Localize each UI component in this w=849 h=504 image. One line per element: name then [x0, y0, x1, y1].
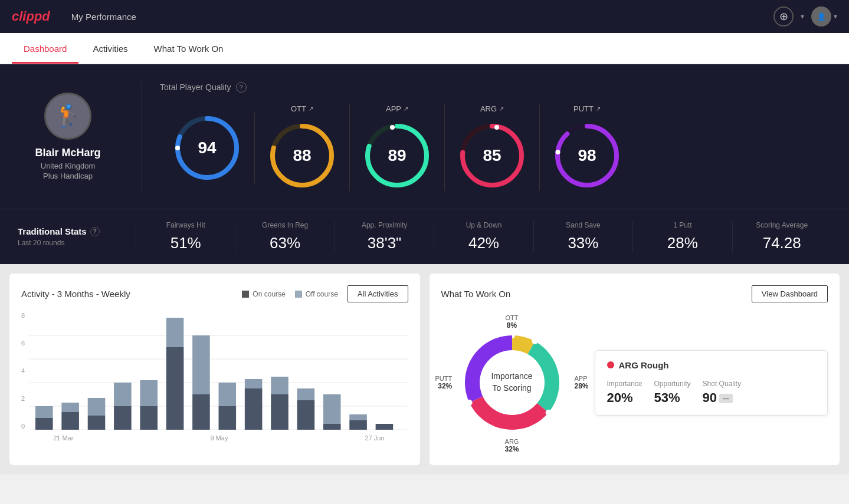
stat-item: App. Proximity38'3"	[335, 221, 434, 252]
stat-item: Up & Down42%	[434, 221, 533, 252]
svg-point-47	[532, 338, 537, 344]
stats-title: Traditional Stats ?	[18, 226, 136, 236]
y-label-6: 6	[21, 340, 25, 347]
quality-help-icon[interactable]: ?	[236, 82, 247, 93]
svg-rect-41	[323, 394, 341, 424]
stats-subtitle: Last 20 rounds	[18, 239, 136, 247]
arg-ring: 85	[457, 120, 527, 191]
ott-value: 88	[293, 146, 311, 165]
bar-chart-svg	[29, 312, 408, 430]
chart-title: Activity - 3 Months - Weekly	[21, 289, 130, 299]
svg-rect-31	[192, 335, 210, 394]
x-label-jun: 27 Jun	[365, 434, 384, 442]
donut-container: Importance To Scoring OTT 8% APP 28% ARG…	[441, 312, 828, 453]
putt-value: 98	[578, 146, 596, 165]
stat-value: 51%	[146, 234, 225, 252]
arg-value: 85	[483, 146, 501, 165]
player-name: Blair McHarg	[35, 147, 100, 159]
view-dashboard-button[interactable]: View Dashboard	[752, 285, 828, 302]
chart-legend: On course Off course	[242, 290, 338, 298]
header: clippd My Performance ⊕ ▾ 👤 ▾	[0, 0, 849, 33]
avatar-dropdown-arrow[interactable]: ▾	[834, 12, 837, 21]
putt-label: PUTT↗	[573, 104, 601, 113]
panels: Activity - 3 Months - Weekly On course O…	[0, 264, 849, 475]
svg-rect-29	[166, 318, 184, 347]
main-gauge: 94	[160, 113, 255, 183]
ott-donut-label: OTT 8%	[506, 314, 519, 330]
svg-rect-34	[219, 406, 237, 430]
tab-activities[interactable]: Activities	[81, 33, 139, 64]
info-metric-item: Importance 20%	[607, 380, 643, 406]
svg-rect-25	[114, 383, 132, 406]
stat-value: 74.28	[742, 234, 822, 252]
svg-rect-26	[114, 406, 132, 430]
svg-rect-24	[88, 416, 106, 430]
main-gauge-ring: 94	[172, 113, 242, 183]
player-country: United Kingdom	[41, 162, 96, 170]
stats-label-section: Traditional Stats ? Last 20 rounds	[18, 226, 136, 247]
chart-x-labels: 21 Mar 9 May 27 Jun	[29, 432, 408, 442]
legend-off-course: Off course	[295, 290, 338, 298]
svg-rect-22	[61, 412, 79, 430]
svg-rect-33	[219, 383, 237, 406]
svg-rect-43	[349, 414, 367, 420]
header-actions: ⊕ ▾ 👤 ▾	[773, 6, 837, 27]
svg-rect-40	[297, 400, 315, 430]
metric-value: 90—	[703, 390, 741, 406]
app-donut-label: APP 28%	[574, 375, 588, 390]
info-card: ARG Rough Importance 20%Opportunity 53%S…	[595, 350, 828, 416]
svg-rect-27	[140, 380, 158, 406]
user-avatar-wrapper[interactable]: 👤 ▾	[811, 6, 837, 27]
quality-label: Total Player Quality ?	[160, 82, 831, 93]
ott-label: OTT↗	[291, 104, 313, 113]
user-avatar: 👤	[811, 6, 831, 27]
stat-name: Greens In Reg	[245, 221, 324, 229]
quality-section: Total Player Quality ? 94	[148, 82, 831, 191]
info-metric-item: Opportunity 53%	[654, 380, 691, 406]
add-dropdown-arrow[interactable]: ▾	[801, 12, 804, 21]
stat-value: 33%	[543, 234, 623, 252]
stat-value: 42%	[444, 234, 523, 252]
divider	[142, 82, 142, 191]
stat-value: 28%	[643, 234, 722, 252]
app-label: APP↗	[386, 104, 408, 113]
chart-header: Activity - 3 Months - Weekly On course O…	[21, 285, 408, 302]
header-title: My Performance	[71, 12, 136, 22]
add-button[interactable]: ⊕	[773, 6, 794, 27]
metric-label: Importance	[607, 380, 643, 388]
tab-dashboard[interactable]: Dashboard	[12, 33, 78, 64]
svg-rect-30	[166, 347, 184, 430]
panel-header: What To Work On View Dashboard	[441, 285, 828, 302]
y-label-8: 8	[21, 312, 25, 319]
gauges: 94 OTT↗ 88 APP↗	[160, 104, 831, 191]
svg-rect-28	[140, 406, 158, 430]
stat-value: 38'3"	[345, 234, 424, 252]
svg-point-13	[556, 150, 560, 154]
logo: clippd	[12, 9, 50, 24]
svg-rect-35	[245, 379, 263, 388]
stat-item: Greens In Reg63%	[235, 221, 334, 252]
info-metrics: Importance 20%Opportunity 53%Shot Qualit…	[607, 380, 816, 406]
svg-rect-37	[271, 377, 289, 394]
stat-name: Up & Down	[444, 221, 523, 229]
stat-item: Fairways Hit51%	[136, 221, 235, 252]
donut-chart-wrapper: Importance To Scoring OTT 8% APP 28% ARG…	[441, 312, 583, 453]
off-course-dot	[295, 291, 302, 298]
svg-rect-32	[192, 394, 210, 430]
all-activities-button[interactable]: All Activities	[348, 285, 408, 302]
svg-rect-21	[61, 403, 79, 412]
putt-donut-label: PUTT 32%	[435, 375, 453, 390]
what-to-work-on-panel: What To Work On View Dashboard Importanc…	[430, 274, 840, 465]
svg-rect-19	[35, 406, 53, 418]
y-label-2: 2	[21, 395, 25, 402]
app-value: 89	[388, 146, 406, 165]
arg-gauge: ARG↗ 85	[445, 104, 540, 191]
arg-label: ARG↗	[480, 104, 504, 113]
putt-ring: 98	[552, 120, 622, 191]
hero-section: 🏌️ Blair McHarg United Kingdom Plus Hand…	[0, 64, 849, 209]
tab-what-to-work-on[interactable]: What To Work On	[142, 33, 235, 64]
svg-rect-36	[245, 388, 263, 430]
stat-name: Scoring Average	[742, 221, 822, 229]
stats-help-icon[interactable]: ?	[90, 227, 100, 236]
stat-name: Sand Save	[543, 221, 623, 229]
